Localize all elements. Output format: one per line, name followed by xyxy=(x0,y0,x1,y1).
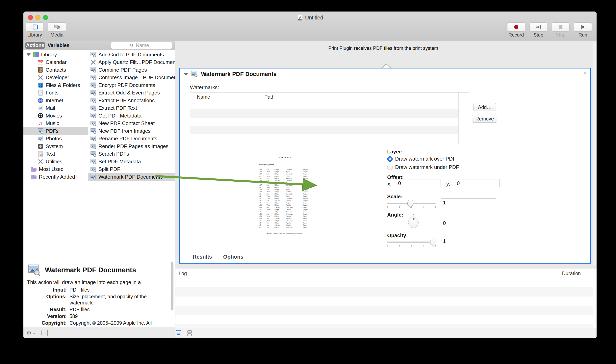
angle-knob[interactable] xyxy=(408,217,419,228)
svg-text:WFLOW: WFLOW xyxy=(298,19,301,20)
media-toolbar-button[interactable] xyxy=(48,22,66,32)
watermark-table-row[interactable] xyxy=(190,126,458,134)
utilities-icon xyxy=(37,158,44,165)
action-item-compress-image-pdf-documents[interactable]: Compress Image…PDF Documents xyxy=(88,74,175,82)
tab-options[interactable]: Options xyxy=(223,254,244,260)
sidebar-item-calendar[interactable]: JUL17Calendar xyxy=(23,59,88,66)
sidebar-item-music[interactable]: Music xyxy=(23,120,88,127)
angle-label: Angle: xyxy=(387,212,403,218)
step-button[interactable] xyxy=(529,22,547,32)
sidebar-item-photos[interactable]: Photos xyxy=(23,135,88,143)
workflow-input-description: Print Plugin receives PDF files from the… xyxy=(175,45,591,51)
action-item-extract-pdf-text[interactable]: Extract PDF Text xyxy=(88,104,175,112)
watermark-action-block[interactable]: Watermark PDF Documents × Watermarks: Na… xyxy=(179,68,591,264)
offset-x-field[interactable] xyxy=(396,179,441,187)
sidebar-item-library[interactable]: Library xyxy=(23,51,88,59)
opacity-slider-thumb[interactable] xyxy=(430,239,436,244)
tab-actions[interactable]: Actions xyxy=(26,42,45,49)
disclosure-down-icon[interactable] xyxy=(26,53,31,56)
action-item-apply-quartz-filt-pdf-documents[interactable]: Apply Quartz Filt…PDF Documents xyxy=(88,59,175,66)
sidebar-item-utilities[interactable]: Utilities xyxy=(23,158,88,166)
tab-variables[interactable]: Variables xyxy=(48,42,69,49)
action-item-extract-odd-even-pages[interactable]: Extract Odd & Even Pages xyxy=(88,89,175,97)
action-item-render-pdf-pages-as-images[interactable]: Render PDF Pages as Images xyxy=(88,143,175,150)
remove-watermark-button[interactable]: Remove xyxy=(472,115,497,123)
radio-draw-under-pdf[interactable]: Draw watermark under PDF xyxy=(387,164,459,170)
column-header-path[interactable]: Path xyxy=(264,94,274,100)
action-item-new-pdf-contact-sheet[interactable]: New PDF Contact Sheet xyxy=(88,120,175,127)
run-button[interactable] xyxy=(574,22,592,32)
sidebar-item-most-used[interactable]: ⚙Most Used xyxy=(23,166,88,173)
action-item-rename-pdf-documents[interactable]: Rename PDF Documents xyxy=(88,135,175,143)
radio-off-icon[interactable] xyxy=(387,165,393,170)
sidebar-item-pdfs[interactable]: PDFs xyxy=(23,127,88,135)
offset-y-label: y: xyxy=(446,181,450,187)
scale-slider[interactable] xyxy=(387,203,436,204)
step-icon xyxy=(535,24,542,30)
sidebar-item-contacts[interactable]: Contacts xyxy=(23,66,88,74)
radio-draw-over-pdf[interactable]: Draw watermark over PDF xyxy=(387,156,456,162)
library-toolbar-button[interactable] xyxy=(26,22,44,32)
panel-toggle-button[interactable]: ⌄ xyxy=(41,330,48,336)
run-icon xyxy=(580,24,586,30)
media-toolbar-icon xyxy=(54,24,60,30)
sidebar-item-developer[interactable]: Developer xyxy=(23,74,88,82)
sidebar-item-system[interactable]: ⚙System xyxy=(23,143,88,150)
duration-column-header[interactable]: Duration xyxy=(562,271,581,276)
action-item-add-grid-to-pdf-documents[interactable]: Add Grid to PDF Documents xyxy=(88,51,175,59)
action-item-label: Set PDF Metadata xyxy=(98,159,141,165)
watermarks-table[interactable]: Name Path xyxy=(190,92,469,144)
log-column-header[interactable]: Log xyxy=(179,271,187,276)
scale-slider-thumb[interactable] xyxy=(407,200,413,205)
radio-on-icon[interactable] xyxy=(387,156,393,162)
action-item-combine-pdf-pages[interactable]: Combine PDF Pages xyxy=(88,66,175,74)
gear-menu-button[interactable]: ⚙⌄ xyxy=(26,329,36,337)
action-item-get-pdf-metadata[interactable]: Get PDF Metadata xyxy=(88,112,175,120)
pdf-photo-icon xyxy=(90,52,96,58)
action-item-extract-pdf-annotations[interactable]: Extract PDF Annotations xyxy=(88,97,175,104)
action-item-encrypt-pdf-documents[interactable]: Encrypt PDF Documents xyxy=(88,81,175,89)
preview-doc-title: Baseball xyxy=(257,156,313,159)
add-watermark-button[interactable]: Add… xyxy=(473,103,496,111)
sidebar-item-recently-added[interactable]: ⚙Recently Added xyxy=(23,173,88,181)
watermark-table-row[interactable] xyxy=(190,109,458,118)
scale-field[interactable] xyxy=(441,198,496,207)
opacity-slider[interactable] xyxy=(387,242,436,243)
action-item-watermark-pdf-documents[interactable]: Watermark PDF Documents xyxy=(88,173,175,181)
action-item-new-pdf-from-images[interactable]: New PDF from Images xyxy=(88,127,175,135)
opacity-field[interactable] xyxy=(441,237,496,245)
search-field[interactable] xyxy=(111,42,172,49)
action-block-header: Watermark PDF Documents × xyxy=(180,68,590,79)
log-scrollbar[interactable] xyxy=(593,269,597,327)
flow-view-icon[interactable] xyxy=(187,330,192,337)
radio-over-label: Draw watermark over PDF xyxy=(395,156,456,162)
sidebar-item-movies[interactable]: Movies xyxy=(23,112,88,120)
canvas-scrollbar[interactable] xyxy=(593,42,596,267)
sidebar-item-fonts[interactable]: FFonts xyxy=(23,89,88,97)
list-view-icon[interactable] xyxy=(175,330,181,337)
action-item-set-pdf-metadata[interactable]: Set PDF Metadata xyxy=(88,158,175,166)
angle-field[interactable] xyxy=(441,219,496,227)
action-item-split-pdf[interactable]: Split PDF xyxy=(88,166,175,173)
watermark-table-row[interactable] xyxy=(190,134,458,143)
description-summary: This action will draw an image into each… xyxy=(27,279,141,286)
fonts-icon: F xyxy=(37,90,44,96)
sidebar-item-text[interactable]: Text xyxy=(23,150,88,158)
description-scrollbar[interactable] xyxy=(171,262,173,310)
watermark-table-row[interactable] xyxy=(190,118,458,126)
sidebar-item-internet[interactable]: Internet xyxy=(23,97,88,104)
disclosure-triangle-icon[interactable] xyxy=(184,73,188,76)
sidebar-item-label: Internet xyxy=(46,97,63,104)
close-action-icon[interactable]: × xyxy=(583,70,587,77)
search-input[interactable] xyxy=(136,42,154,48)
watermark-table-row[interactable] xyxy=(190,101,458,109)
tab-results[interactable]: Results xyxy=(193,254,212,260)
pdf-photo-icon xyxy=(90,158,96,165)
action-item-search-pdfs[interactable]: Search PDFs xyxy=(88,150,175,158)
offset-y-field[interactable] xyxy=(455,179,500,187)
record-button[interactable] xyxy=(507,22,525,32)
column-header-name[interactable]: Name xyxy=(197,94,210,100)
sidebar-item-mail[interactable]: Mail xyxy=(23,104,88,112)
schedule-row: 5/13Thur5:30 pmApollosHughes xyxy=(258,204,313,206)
sidebar-item-files-folders[interactable]: Files & Folders xyxy=(23,81,88,89)
